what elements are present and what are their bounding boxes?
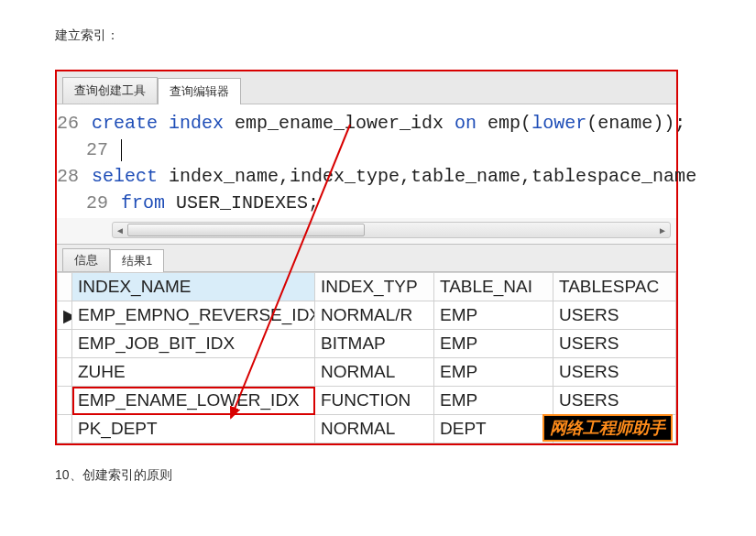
cell[interactable]: NORMAL/R	[315, 301, 434, 330]
code-line-26: 26 create index emp_ename_lower_idx on e…	[57, 110, 676, 137]
cell[interactable]: DEPT	[434, 415, 553, 443]
section-heading: 建立索引：	[55, 27, 701, 44]
table-row[interactable]: ▶ EMP_EMPNO_REVERSE_IDX NORMAL/R EMP USE…	[58, 301, 676, 330]
cell[interactable]: EMP	[434, 301, 553, 330]
tab-result1[interactable]: 结果1	[110, 249, 164, 272]
cell[interactable]: ZUHE	[72, 358, 315, 387]
scroll-thumb[interactable]	[127, 224, 365, 236]
line-number: 26	[57, 110, 92, 137]
scroll-left-icon[interactable]: ◄	[113, 223, 127, 237]
cell[interactable]: USERS	[553, 358, 676, 387]
row-indicator-header	[58, 273, 72, 301]
cell[interactable]: BITMAP	[315, 330, 434, 358]
cell[interactable]: USERS	[553, 387, 676, 415]
line-number: 28	[57, 163, 92, 190]
cell[interactable]: EMP	[434, 330, 553, 358]
text-cursor	[121, 139, 122, 161]
cell[interactable]: EMP	[434, 358, 553, 387]
editor-tabstrip: 查询创建工具 查询编辑器	[57, 71, 676, 104]
cell[interactable]: FUNCTION	[315, 387, 434, 415]
column-header[interactable]: TABLE_NAI	[434, 273, 553, 301]
output-tabstrip: 信息 结果1	[57, 244, 676, 271]
column-header[interactable]: INDEX_TYP	[315, 273, 434, 301]
code-line-27: 27	[57, 137, 676, 163]
table-row[interactable]: ZUHE NORMAL EMP USERS	[58, 358, 676, 387]
sql-tool-window: 查询创建工具 查询编辑器 26 create index emp_ename_l…	[55, 70, 678, 445]
scroll-track[interactable]	[127, 223, 655, 237]
cell[interactable]: USERS	[553, 301, 676, 330]
line-number: 27	[57, 137, 121, 163]
cell[interactable]: NORMAL	[315, 415, 434, 443]
cell[interactable]: EMP	[434, 387, 553, 415]
scroll-right-icon[interactable]: ►	[655, 223, 670, 237]
code-line-28: 28 select index_name,index_type,table_na…	[57, 163, 676, 190]
tab-query-builder[interactable]: 查询创建工具	[62, 77, 158, 104]
column-header[interactable]: INDEX_NAME	[72, 273, 315, 301]
cell[interactable]: USERS	[553, 330, 676, 358]
cell[interactable]: EMP_JOB_BIT_IDX	[72, 330, 315, 358]
cell-highlighted[interactable]: EMP_ENAME_LOWER_IDX	[72, 387, 315, 415]
cell[interactable]: PK_DEPT	[72, 415, 315, 443]
code-line-29: 29 from USER_INDEXES;	[57, 190, 676, 216]
table-row[interactable]: EMP_ENAME_LOWER_IDX FUNCTION EMP USERS	[58, 387, 676, 415]
results-header-row: INDEX_NAME INDEX_TYP TABLE_NAI TABLESPAC	[58, 273, 676, 301]
column-header[interactable]: TABLESPAC	[553, 273, 676, 301]
editor-horizontal-scrollbar[interactable]: ◄ ►	[112, 222, 671, 238]
cell[interactable]: NORMAL	[315, 358, 434, 387]
tab-info[interactable]: 信息	[62, 248, 110, 271]
tab-query-editor[interactable]: 查询编辑器	[158, 78, 241, 104]
line-number: 29	[57, 190, 121, 216]
watermark: 网络工程师助手	[542, 414, 673, 442]
table-row[interactable]: EMP_JOB_BIT_IDX BITMAP EMP USERS	[58, 330, 676, 358]
sql-editor[interactable]: 26 create index emp_ename_lower_idx on e…	[57, 104, 676, 218]
footnote: 10、创建索引的原则	[55, 467, 701, 484]
row-cursor-icon: ▶	[58, 301, 72, 330]
cell[interactable]: EMP_EMPNO_REVERSE_IDX	[72, 301, 315, 330]
